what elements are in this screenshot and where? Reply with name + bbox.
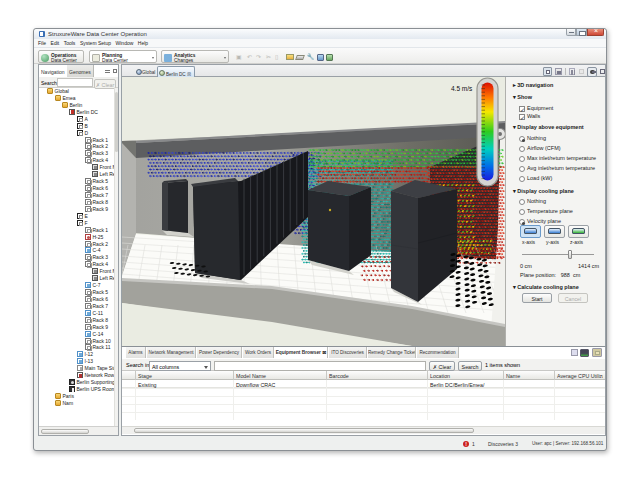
svg-text:4.5 m/s: 4.5 m/s xyxy=(451,85,473,92)
